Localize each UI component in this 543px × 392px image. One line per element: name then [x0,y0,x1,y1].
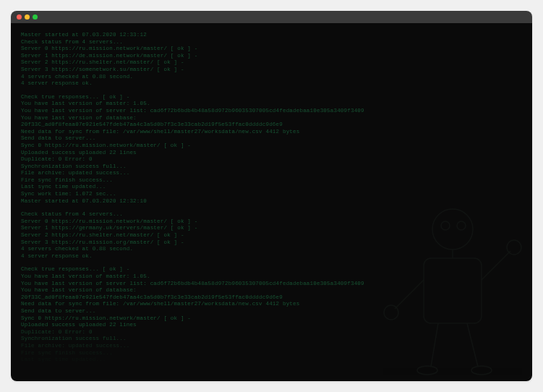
terminal-line: Synchronization success full... [21,163,522,171]
terminal-line: Fire sync finish success... [21,177,522,184]
terminal-line: Check status from 4 servers... [21,39,522,46]
terminal-line: 20f33C_ad0f8feaa07e921e547fdeb47aa4c3a5d… [21,294,522,302]
terminal-body[interactable]: Master started at 07.03.2020 12:33:12Che… [11,23,532,381]
terminal-line [21,205,522,211]
terminal-line: Check true responses... [ ok ] - [21,94,522,101]
maximize-icon[interactable] [33,14,38,20]
terminal-line [21,88,522,94]
terminal-line: Sync 0 https://ru.mission.network/master… [21,142,522,150]
svg-point-10 [471,366,492,375]
terminal-line: Send data to server... [21,308,522,315]
terminal-output: Master started at 07.03.2020 12:33:12Che… [21,32,522,364]
terminal-line [21,260,522,266]
terminal-line: Server 1 https://germany.uk/servers/mast… [21,225,522,232]
titlebar [11,11,532,23]
terminal-line: You have last version of database: [21,115,522,122]
terminal-line: 4 servers checked at 0.88 second. [21,74,522,81]
terminal-line: Master started at 07.03.2020 12:32:10 [21,198,522,205]
terminal-line: File archive: updated success... [21,170,522,177]
terminal-line: Server 1 https://de.mission.network/mast… [21,53,522,60]
terminal-line: Need data for sync from file: /var/www/s… [21,301,522,308]
terminal-line: You have last version of master: 1.05. [21,101,522,108]
svg-point-9 [417,366,437,375]
terminal-line: Server 2 https://ru.shelter.net/master/ … [21,232,522,239]
terminal-line: Sync work time: 1.072 sec... [21,191,522,198]
terminal-line: Server 2 https://ru.shelter.net/master/ … [21,59,522,67]
terminal-line: File archive: updated success... [21,343,522,350]
terminal-line: Check status from 4 servers... [21,211,522,218]
terminal-line: Sync 0 https://ru.mission.network/master… [21,315,522,323]
terminal-line: Fire sync finish success... [21,350,522,357]
terminal-line: Server 3 https://ru.mission.org/master/ … [21,239,522,247]
terminal-line: Need data for sync from file: /var/www/s… [21,129,522,136]
terminal-line: Synchronization success full... [21,336,522,343]
terminal-line: 4 server response ok. [21,80,522,88]
terminal-line: You have last version of database: [21,287,522,294]
terminal-line: Server 0 https://ru.mission.network/mast… [21,46,522,53]
terminal-line: You have last version of server list: ca… [21,108,522,115]
terminal-line: Server 3 https://somenetwork.su/master/ … [21,67,522,74]
terminal-line: You have last version of master: 1.05. [21,273,522,281]
terminal-line: You have last version of server list: ca… [21,281,522,288]
terminal-line: Last sync time updated... [21,184,522,191]
terminal-line: Uploaded success uploaded 22 lines [21,150,522,157]
terminal-line: Server 0 https://ru.mission.network/mast… [21,218,522,226]
terminal-line: Duplicate: 0 Error: 0 [21,156,522,163]
terminal-line: Send data to server... [21,135,522,142]
terminal-line: 20f33C_ad0f8feaa07e921e547fdeb47aa4c3a5d… [21,122,522,129]
terminal-window: Master started at 07.03.2020 12:33:12Che… [11,11,532,381]
minimize-icon[interactable] [25,14,30,20]
terminal-line: 4 servers checked at 0.88 second. [21,246,522,253]
terminal-line: Duplicate: 0 Error: 0 [21,329,522,336]
close-icon[interactable] [17,14,22,20]
terminal-line: Last sync time updated... [21,357,522,364]
terminal-line: Uploaded success uploaded 22 lines [21,322,522,329]
terminal-line: Check true responses... [ ok ] - [21,266,522,273]
terminal-line: Master started at 07.03.2020 12:33:12 [21,32,522,39]
terminal-line: 4 server response ok. [21,253,522,260]
